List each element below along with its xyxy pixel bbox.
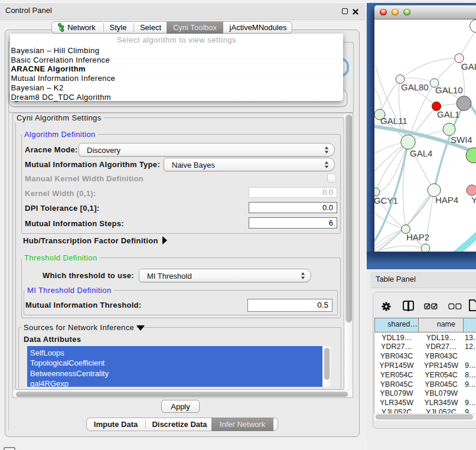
svg-text:HAP4: HAP4 — [435, 195, 458, 205]
svg-text:GAL80: GAL80 — [401, 82, 429, 92]
svg-text:GCY1: GCY1 — [374, 195, 398, 206]
svg-text:GAL7: GAL7 — [461, 61, 476, 71]
svg-text:GAL4: GAL4 — [410, 148, 432, 158]
svg-text:YJ: YJ — [471, 195, 476, 205]
svg-text:SWI4: SWI4 — [451, 135, 472, 145]
svg-text:GAL11: GAL11 — [380, 116, 407, 126]
svg-text:HAP2: HAP2 — [406, 232, 429, 242]
svg-text:GAL1: GAL1 — [437, 109, 459, 119]
svg-text:GAL10: GAL10 — [435, 85, 463, 95]
